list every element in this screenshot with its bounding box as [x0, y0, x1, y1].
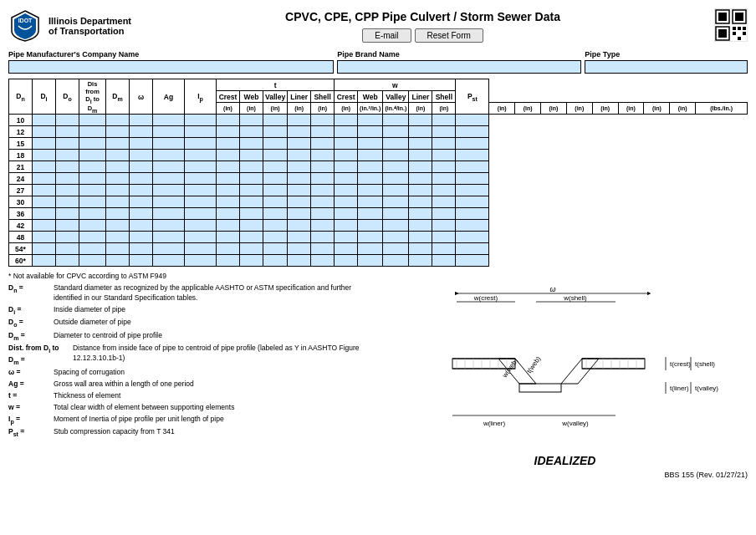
table-cell[interactable]	[240, 196, 263, 208]
table-cell[interactable]	[217, 255, 240, 267]
table-cell[interactable]	[383, 138, 409, 150]
table-cell[interactable]	[33, 173, 56, 185]
table-cell[interactable]	[263, 220, 288, 232]
table-cell[interactable]	[56, 126, 79, 138]
cell-input[interactable]	[155, 140, 182, 148]
cell-input[interactable]	[360, 176, 381, 183]
table-cell[interactable]	[263, 150, 288, 161]
table-cell[interactable]	[383, 185, 409, 196]
table-cell[interactable]	[56, 220, 79, 232]
table-cell[interactable]	[79, 220, 106, 232]
cell-input[interactable]	[385, 246, 406, 253]
email-button[interactable]: E-mail	[362, 28, 411, 43]
cell-input[interactable]	[411, 257, 430, 265]
table-cell[interactable]	[311, 196, 335, 208]
cell-input[interactable]	[186, 234, 214, 242]
table-cell[interactable]	[185, 150, 217, 161]
cell-input[interactable]	[131, 176, 151, 183]
table-cell[interactable]	[456, 232, 489, 243]
cell-input[interactable]	[34, 164, 54, 171]
brand-input[interactable]	[337, 60, 581, 74]
table-cell[interactable]	[56, 196, 79, 208]
table-cell[interactable]	[217, 115, 240, 126]
table-cell[interactable]	[335, 173, 358, 185]
table-cell[interactable]	[217, 196, 240, 208]
cell-input[interactable]	[58, 152, 77, 160]
cell-input[interactable]	[155, 152, 182, 160]
cell-input[interactable]	[457, 222, 487, 230]
table-cell[interactable]	[79, 126, 106, 138]
cell-input[interactable]	[218, 176, 238, 183]
table-cell[interactable]	[106, 255, 130, 267]
table-cell[interactable]	[335, 138, 358, 150]
cell-input[interactable]	[289, 152, 309, 160]
cell-input[interactable]	[289, 199, 309, 206]
cell-input[interactable]	[289, 140, 309, 148]
cell-input[interactable]	[131, 152, 151, 160]
table-cell[interactable]	[217, 232, 240, 243]
table-cell[interactable]	[263, 232, 288, 243]
table-cell[interactable]	[358, 220, 383, 232]
table-cell[interactable]	[33, 138, 56, 150]
cell-input[interactable]	[411, 140, 430, 148]
cell-input[interactable]	[108, 211, 127, 218]
cell-input[interactable]	[265, 211, 285, 218]
cell-input[interactable]	[313, 222, 332, 230]
cell-input[interactable]	[34, 222, 54, 230]
cell-input[interactable]	[457, 117, 487, 125]
cell-input[interactable]	[34, 257, 54, 265]
table-cell[interactable]	[79, 208, 106, 220]
cell-input[interactable]	[411, 199, 430, 206]
table-cell[interactable]	[409, 138, 432, 150]
table-cell[interactable]	[185, 208, 217, 220]
table-cell[interactable]: 10	[9, 115, 33, 126]
table-cell[interactable]	[383, 243, 409, 255]
table-cell[interactable]	[106, 115, 130, 126]
table-cell[interactable]	[185, 243, 217, 255]
cell-input[interactable]	[411, 117, 430, 125]
table-cell[interactable]	[185, 126, 217, 138]
cell-input[interactable]	[108, 199, 127, 206]
cell-input[interactable]	[108, 140, 127, 148]
table-cell[interactable]	[130, 243, 153, 255]
table-cell[interactable]	[130, 220, 153, 232]
cell-input[interactable]	[131, 129, 151, 136]
table-cell[interactable]	[79, 185, 106, 196]
cell-input[interactable]	[457, 246, 487, 253]
table-cell[interactable]	[130, 208, 153, 220]
table-cell[interactable]	[311, 150, 335, 161]
table-cell[interactable]	[153, 232, 185, 243]
table-cell[interactable]	[263, 255, 288, 267]
table-cell[interactable]	[153, 173, 185, 185]
cell-input[interactable]	[434, 199, 453, 206]
cell-input[interactable]	[265, 199, 285, 206]
cell-input[interactable]	[242, 117, 261, 125]
table-cell[interactable]	[456, 173, 489, 185]
table-cell[interactable]	[130, 232, 153, 243]
cell-input[interactable]	[242, 234, 261, 242]
cell-input[interactable]	[289, 211, 309, 218]
table-cell[interactable]	[311, 161, 335, 173]
table-cell[interactable]	[56, 161, 79, 173]
table-cell[interactable]	[106, 138, 130, 150]
table-cell[interactable]	[106, 196, 130, 208]
cell-input[interactable]	[242, 140, 261, 148]
cell-input[interactable]	[131, 117, 151, 125]
cell-input[interactable]	[81, 152, 104, 160]
cell-input[interactable]	[34, 140, 54, 148]
cell-input[interactable]	[155, 199, 182, 206]
table-cell[interactable]	[432, 150, 456, 161]
table-cell[interactable]	[383, 126, 409, 138]
table-cell[interactable]	[33, 161, 56, 173]
table-cell[interactable]	[335, 185, 358, 196]
cell-input[interactable]	[108, 152, 127, 160]
cell-input[interactable]	[58, 129, 77, 136]
cell-input[interactable]	[360, 199, 381, 206]
table-cell[interactable]	[432, 208, 456, 220]
cell-input[interactable]	[265, 222, 285, 230]
cell-input[interactable]	[218, 199, 238, 206]
table-cell[interactable]	[432, 115, 456, 126]
table-cell[interactable]	[185, 232, 217, 243]
cell-input[interactable]	[360, 164, 381, 171]
table-cell[interactable]	[33, 243, 56, 255]
